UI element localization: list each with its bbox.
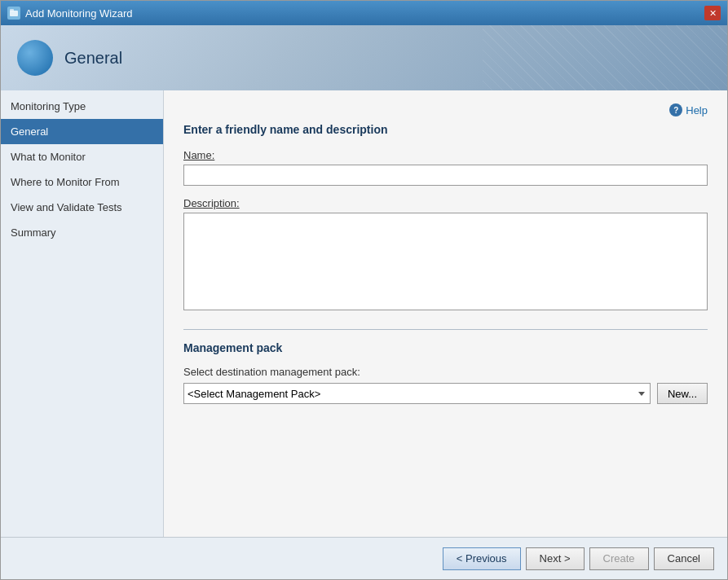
wizard-window: Add Monitoring Wizard ✕ General Monitori…: [0, 0, 728, 580]
sidebar-item-general[interactable]: General: [1, 119, 163, 144]
sidebar-item-view-validate[interactable]: View and Validate Tests: [1, 195, 163, 220]
svg-rect-0: [10, 11, 18, 16]
svg-rect-1: [10, 9, 14, 11]
mgmt-section-title: Management pack: [183, 341, 708, 354]
previous-button[interactable]: < Previous: [443, 547, 521, 570]
footer: < Previous Next > Create Cancel: [1, 537, 727, 579]
cancel-button[interactable]: Cancel: [654, 547, 714, 570]
header-icon: [17, 40, 53, 76]
sidebar-item-what-to-monitor[interactable]: What to Monitor: [1, 144, 163, 169]
help-icon: ?: [669, 103, 682, 116]
name-input[interactable]: [183, 165, 708, 186]
next-button[interactable]: Next >: [526, 547, 585, 570]
new-button[interactable]: New...: [657, 383, 708, 404]
sidebar-item-where-to-monitor[interactable]: Where to Monitor From: [1, 169, 163, 195]
window-icon: [7, 7, 20, 20]
header-title: General: [64, 49, 122, 68]
description-input[interactable]: [183, 213, 708, 310]
help-label: Help: [686, 104, 708, 116]
mgmt-select-label: Select destination management pack:: [183, 366, 708, 378]
description-label: Description:: [183, 197, 708, 209]
help-row: ? Help: [183, 103, 708, 116]
separator: [183, 329, 708, 330]
create-button[interactable]: Create: [589, 547, 649, 570]
sidebar-item-summary[interactable]: Summary: [1, 220, 163, 245]
name-label: Name:: [183, 149, 708, 161]
mgmt-select[interactable]: <Select Management Pack>: [183, 383, 651, 404]
description-field-group: Description:: [183, 197, 708, 313]
main-content: ? Help Enter a friendly name and descrip…: [164, 90, 727, 537]
title-bar: Add Monitoring Wizard ✕: [1, 1, 727, 25]
sidebar: Monitoring Type General What to Monitor …: [1, 90, 164, 537]
header-banner: General: [1, 25, 727, 90]
mgmt-select-row: <Select Management Pack> New...: [183, 383, 708, 404]
close-button[interactable]: ✕: [704, 6, 721, 20]
section-title: Enter a friendly name and description: [183, 123, 708, 136]
name-field-group: Name:: [183, 149, 708, 186]
window-title: Add Monitoring Wizard: [25, 7, 704, 20]
content-area: Monitoring Type General What to Monitor …: [1, 90, 727, 537]
help-link[interactable]: ? Help: [669, 103, 708, 116]
sidebar-item-monitoring-type[interactable]: Monitoring Type: [1, 94, 163, 119]
